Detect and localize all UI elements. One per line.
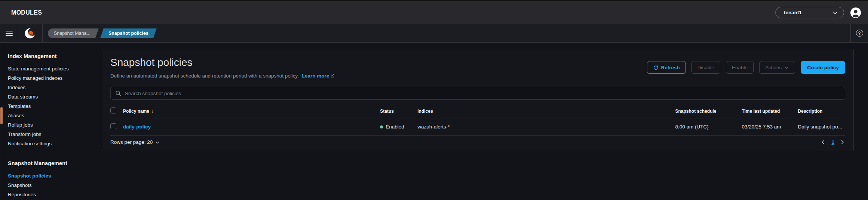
sidebar: Index Management State management polici…	[0, 43, 99, 199]
policies-table: Policy name↓ Status Indices Snapshot sch…	[110, 104, 845, 136]
row-checkbox[interactable]	[110, 123, 116, 129]
page-number-button[interactable]: 1	[831, 139, 834, 145]
tenant-selector[interactable]: tenant1	[775, 7, 844, 18]
next-page-button[interactable]	[840, 139, 845, 145]
content-area: Index Management State management polici…	[0, 43, 868, 199]
main-area: Snapshot policies Define an automated sn…	[99, 43, 868, 199]
help-icon: ?	[856, 30, 863, 37]
search-input[interactable]	[125, 91, 840, 96]
sidebar-item-indexes[interactable]: Indexes	[8, 85, 25, 90]
breadcrumb: Snapshot Mana... Snapshot policies	[48, 28, 157, 38]
breadcrumb-snapshot-management[interactable]: Snapshot Mana...	[48, 28, 99, 38]
pagination-bar: Rows per page: 20 1	[110, 139, 845, 145]
disable-button[interactable]: Disable	[691, 61, 720, 74]
actions-dropdown-button[interactable]: Actions	[759, 61, 795, 74]
sidebar-item-data-streams[interactable]: Data streams	[8, 94, 38, 100]
help-button[interactable]: ?	[851, 30, 868, 37]
external-link-icon	[330, 73, 335, 78]
sidebar-scroll-thumb[interactable]	[0, 107, 3, 124]
app-logo[interactable]	[18, 27, 42, 40]
chevron-left-icon	[821, 139, 826, 145]
column-header-time-last-updated[interactable]: Time last updated	[742, 104, 798, 118]
page-subtitle: Define an automated snapshot schedule an…	[110, 73, 335, 79]
search-bar	[110, 87, 845, 100]
table-header-row: Policy name↓ Status Indices Snapshot sch…	[110, 104, 845, 118]
user-avatar-button[interactable]	[850, 7, 861, 18]
column-header-policy-name[interactable]: Policy name↓	[123, 104, 380, 118]
nav-bar: Snapshot Mana... Snapshot policies ?	[0, 24, 868, 43]
sort-down-icon: ↓	[151, 109, 153, 114]
tenant-label: tenant1	[784, 10, 802, 15]
page-title: Snapshot policies	[110, 57, 335, 69]
sidebar-item-policy-managed-indexes[interactable]: Policy managed indexes	[8, 75, 62, 81]
sidebar-scroll-track	[4, 43, 4, 199]
toolbar: Refresh Disable Enable Actions	[647, 61, 845, 74]
panel-titles: Snapshot policies Define an automated sn…	[110, 56, 335, 79]
sidebar-heading-snapshot-management: Snapshot Management	[8, 160, 99, 166]
sidebar-heading-index-management: Index Management	[8, 53, 99, 59]
create-policy-button[interactable]: Create policy	[801, 61, 845, 74]
sidebar-item-state-management-policies[interactable]: State management policies	[8, 66, 69, 72]
modules-title: MODULES	[11, 9, 42, 16]
sidebar-item-snapshot-policies[interactable]: Snapshot policies	[8, 173, 51, 179]
pager: 1	[821, 139, 845, 145]
page-subtitle-text: Define an automated snapshot schedule an…	[110, 73, 299, 79]
nav-bar-right: ?	[850, 24, 868, 42]
select-all-checkbox[interactable]	[110, 107, 116, 113]
column-header-snapshot-schedule[interactable]: Snapshot schedule	[675, 104, 742, 118]
nav-divider	[42, 24, 43, 42]
top-bar: MODULES tenant1	[0, 0, 868, 24]
search-icon	[115, 90, 122, 97]
indices-cell: wazuh-alerts-*	[417, 118, 675, 136]
refresh-icon	[653, 65, 659, 70]
enable-button[interactable]: Enable	[726, 61, 754, 74]
sidebar-item-aliases[interactable]: Aliases	[8, 113, 24, 118]
chevron-right-icon	[840, 139, 845, 145]
sidebar-item-templates[interactable]: Templates	[8, 103, 31, 109]
top-bar-right: tenant1	[775, 7, 861, 18]
sidebar-item-repositories[interactable]: Repositories	[8, 192, 36, 197]
previous-page-button[interactable]	[821, 139, 826, 145]
sidebar-item-rollup-jobs[interactable]: Rollup jobs	[8, 122, 33, 128]
user-avatar-icon	[850, 7, 861, 18]
snapshot-policies-panel: Snapshot policies Define an automated sn…	[102, 49, 854, 151]
status-cell: Enabled	[380, 118, 417, 136]
chevron-down-icon	[832, 10, 838, 15]
status-badge: Enabled	[386, 124, 404, 130]
sidebar-list-index-management: State management policies Policy managed…	[8, 64, 99, 148]
wazuh-logo-icon	[24, 27, 37, 40]
rows-per-page-button[interactable]: Rows per page: 20	[110, 139, 160, 145]
description-cell: Daily snapshot po...	[798, 118, 845, 136]
policy-name-link[interactable]: daily-policy	[123, 124, 151, 130]
breadcrumb-snapshot-policies[interactable]: Snapshot policies	[100, 28, 157, 38]
learn-more-link[interactable]: Learn more	[302, 73, 335, 79]
chevron-down-icon	[784, 65, 789, 70]
updated-cell: 03/20/25 7:53 am	[742, 118, 798, 136]
table-row: daily-policy Enabled wazuh-alerts-* 8:00…	[110, 118, 845, 136]
menu-icon[interactable]	[0, 24, 18, 42]
sidebar-item-snapshots[interactable]: Snapshots	[8, 182, 32, 188]
column-header-description[interactable]: Description	[798, 104, 845, 118]
status-enabled-dot-icon	[380, 125, 383, 128]
column-header-indices[interactable]: Indices	[417, 104, 675, 118]
schedule-cell: 8:00 am (UTC)	[675, 118, 742, 136]
sidebar-item-transform-jobs[interactable]: Transform jobs	[8, 131, 42, 137]
column-header-status[interactable]: Status	[380, 104, 417, 118]
chevron-down-icon	[155, 140, 160, 145]
refresh-button[interactable]: Refresh	[647, 61, 686, 74]
sidebar-item-notification-settings[interactable]: Notification settings	[8, 141, 52, 146]
sidebar-list-snapshot-management: Snapshot policies Snapshots Repositories	[8, 171, 99, 199]
